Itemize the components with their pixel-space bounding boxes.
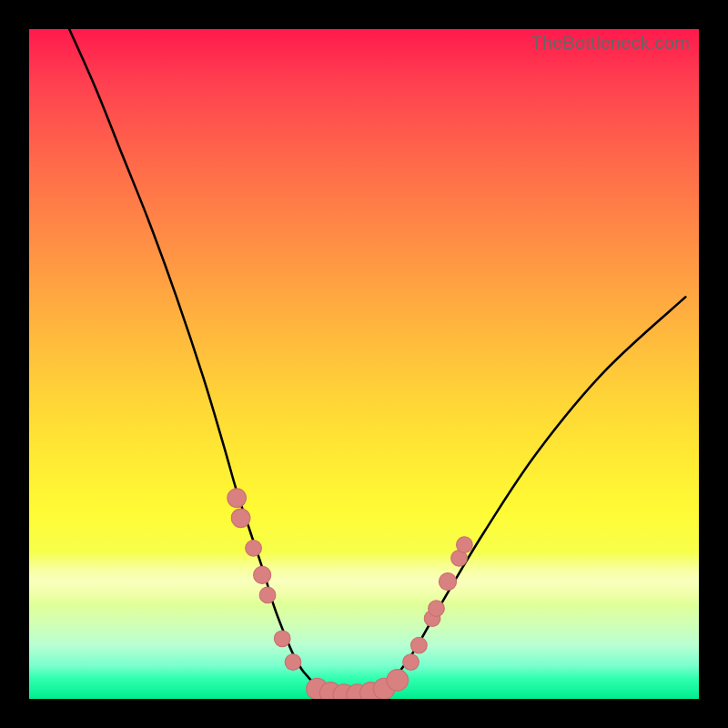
curve-marker xyxy=(231,509,250,528)
curve-marker xyxy=(411,637,428,653)
chart-frame: TheBottleneck.com xyxy=(0,0,728,728)
curve-marker xyxy=(285,654,301,671)
curve-marker xyxy=(457,537,473,553)
bottleneck-curve xyxy=(69,29,685,696)
curve-marker xyxy=(439,573,456,591)
curve-marker xyxy=(387,670,409,692)
watermark-text: TheBottleneck.com xyxy=(531,33,690,54)
curve-marker xyxy=(259,587,276,603)
curve-marker xyxy=(228,489,247,508)
curve-marker xyxy=(246,541,262,557)
curve-marker xyxy=(429,601,445,617)
curve-layer xyxy=(29,29,699,699)
curve-marker xyxy=(254,566,271,583)
curve-marker xyxy=(274,631,290,647)
curve-marker xyxy=(403,654,420,671)
curve-markers xyxy=(228,489,472,699)
plot-area: TheBottleneck.com xyxy=(29,29,699,699)
